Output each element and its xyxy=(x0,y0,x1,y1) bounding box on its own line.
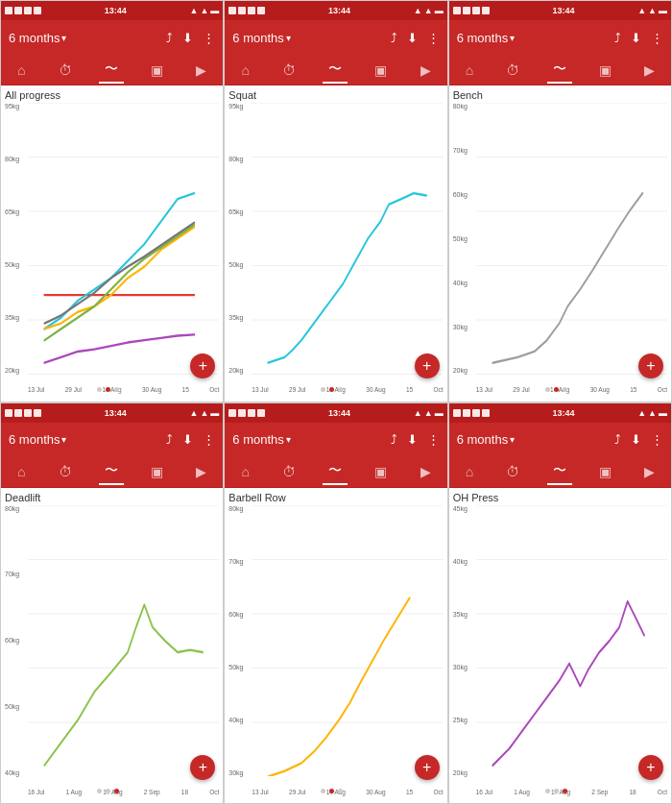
chart-svg xyxy=(252,505,443,777)
pagination-dot[interactable] xyxy=(329,789,334,793)
nav-tab-2[interactable]: 〜 xyxy=(323,458,348,485)
chart-title: Bench xyxy=(453,89,667,101)
fab-add-button[interactable]: + xyxy=(190,755,215,780)
pagination-dot[interactable] xyxy=(554,387,559,392)
nav-tab-2[interactable]: 〜 xyxy=(323,57,348,84)
pagination-dot[interactable] xyxy=(114,789,119,793)
nav-tab-1[interactable]: ⏱ xyxy=(53,460,78,483)
nav-tab-0[interactable]: ⌂ xyxy=(235,460,254,483)
fab-add-button[interactable]: + xyxy=(190,353,215,378)
nav-tab-1[interactable]: ⏱ xyxy=(276,59,301,82)
pagination-dot[interactable] xyxy=(545,789,550,793)
more-icon[interactable]: ⋮ xyxy=(203,31,215,45)
more-icon[interactable]: ⋮ xyxy=(651,432,663,447)
nav-tab-3[interactable]: ▣ xyxy=(593,59,617,82)
nav-tab-3[interactable]: ▣ xyxy=(369,460,393,483)
pagination-dot[interactable] xyxy=(563,789,567,793)
download-icon[interactable]: ⬇ xyxy=(631,31,641,45)
months-selector[interactable]: 6 months ▾ xyxy=(232,432,386,447)
download-icon[interactable]: ⬇ xyxy=(407,31,418,45)
nav-tab-1[interactable]: ⏱ xyxy=(53,59,78,82)
nav-tab-4[interactable]: ▶ xyxy=(190,59,212,82)
more-icon[interactable]: ⋮ xyxy=(427,432,440,447)
nav-tab-4[interactable]: ▶ xyxy=(638,460,660,483)
status-bar: 13:44 ▲ ▲ ▬ xyxy=(449,403,671,423)
more-icon[interactable]: ⋮ xyxy=(427,31,440,45)
share-icon[interactable]: ⤴ xyxy=(614,432,621,447)
share-icon[interactable]: ⤴ xyxy=(391,432,397,447)
y-label: 95kg xyxy=(5,103,28,110)
chart-line xyxy=(269,193,427,363)
svg-container xyxy=(252,103,443,375)
share-icon[interactable]: ⤴ xyxy=(391,31,397,45)
months-selector[interactable]: 6 months ▾ xyxy=(9,31,162,45)
months-selector[interactable]: 6 months ▾ xyxy=(457,432,611,447)
nav-tab-2[interactable]: 〜 xyxy=(99,57,124,84)
nav-tab-3[interactable]: ▣ xyxy=(145,59,169,82)
nav-tab-0[interactable]: ⌂ xyxy=(460,59,479,82)
y-label: 40kg xyxy=(453,558,476,565)
months-selector[interactable]: 6 months ▾ xyxy=(232,31,386,45)
pagination-dot[interactable] xyxy=(114,387,119,392)
app-bar-actions: ⤴ ⬇ ⋮ xyxy=(391,31,440,45)
pagination-dot[interactable] xyxy=(106,789,110,793)
nav-tab-2[interactable]: 〜 xyxy=(99,458,124,485)
nav-tab-1[interactable]: ⏱ xyxy=(276,460,301,483)
status-time: 13:44 xyxy=(105,408,127,418)
nav-tab-4[interactable]: ▶ xyxy=(638,59,660,82)
months-selector[interactable]: 6 months ▾ xyxy=(457,31,611,45)
status-right-icons: ▲ ▲ ▬ xyxy=(414,408,444,418)
nav-tab-1[interactable]: ⏱ xyxy=(500,59,525,82)
nav-tab-0[interactable]: ⌂ xyxy=(12,59,31,82)
pagination-dots xyxy=(28,789,188,793)
months-selector[interactable]: 6 months ▾ xyxy=(9,432,162,447)
fab-add-button[interactable]: + xyxy=(638,353,663,378)
y-label: 70kg xyxy=(453,147,476,154)
pagination-dot[interactable] xyxy=(97,789,102,793)
pagination-dot[interactable] xyxy=(338,387,343,392)
app-icon-1 xyxy=(5,409,12,417)
nav-tab-0[interactable]: ⌂ xyxy=(235,59,254,82)
download-icon[interactable]: ⬇ xyxy=(182,432,193,447)
pagination-dot[interactable] xyxy=(338,789,343,793)
download-icon[interactable]: ⬇ xyxy=(631,432,641,447)
pagination-dot[interactable] xyxy=(321,387,325,392)
pagination-dot[interactable] xyxy=(106,387,110,392)
nav-tab-1[interactable]: ⏱ xyxy=(500,460,525,483)
nav-tab-3[interactable]: ▣ xyxy=(369,59,393,82)
share-icon[interactable]: ⤴ xyxy=(166,432,173,447)
nav-tab-3[interactable]: ▣ xyxy=(593,460,617,483)
share-icon[interactable]: ⤴ xyxy=(614,31,621,45)
download-icon[interactable]: ⬇ xyxy=(407,432,418,447)
more-icon[interactable]: ⋮ xyxy=(651,31,663,45)
pagination-dot[interactable] xyxy=(329,387,334,392)
fab-add-button[interactable]: + xyxy=(638,755,663,780)
download-icon[interactable]: ⬇ xyxy=(182,31,193,45)
app-icon-1 xyxy=(228,7,236,14)
nav-tab-2[interactable]: 〜 xyxy=(547,57,572,84)
pagination-dot[interactable] xyxy=(321,789,325,793)
chart-area: All progress95kg80kg65kg50kg35kg20kg13 J… xyxy=(1,85,223,402)
fab-add-button[interactable]: + xyxy=(415,755,440,780)
pagination-dot[interactable] xyxy=(97,387,102,392)
more-icon[interactable]: ⋮ xyxy=(203,432,215,447)
pagination-dot[interactable] xyxy=(554,789,559,793)
y-label: 20kg xyxy=(5,367,28,374)
status-right-icons: ▲ ▲ ▬ xyxy=(189,408,219,418)
nav-tab-4[interactable]: ▶ xyxy=(415,460,437,483)
status-bar: 13:44 ▲ ▲ ▬ xyxy=(1,1,223,20)
nav-tab-4[interactable]: ▶ xyxy=(415,59,437,82)
fab-add-button[interactable]: + xyxy=(415,353,440,378)
nav-tab-3[interactable]: ▣ xyxy=(145,460,169,483)
x-label: Oct xyxy=(434,790,444,796)
nav-tab-4[interactable]: ▶ xyxy=(190,460,212,483)
app-icon-1 xyxy=(228,409,236,417)
pagination-dot[interactable] xyxy=(545,387,550,392)
nav-tab-0[interactable]: ⌂ xyxy=(12,460,31,483)
share-icon[interactable]: ⤴ xyxy=(166,31,173,45)
nav-tab-0[interactable]: ⌂ xyxy=(460,460,479,483)
nav-tab-2[interactable]: 〜 xyxy=(547,458,572,485)
pagination-dot[interactable] xyxy=(563,387,567,392)
y-label: 40kg xyxy=(228,717,252,723)
y-axis: 80kg70kg60kg50kg40kg30kg xyxy=(228,505,252,777)
